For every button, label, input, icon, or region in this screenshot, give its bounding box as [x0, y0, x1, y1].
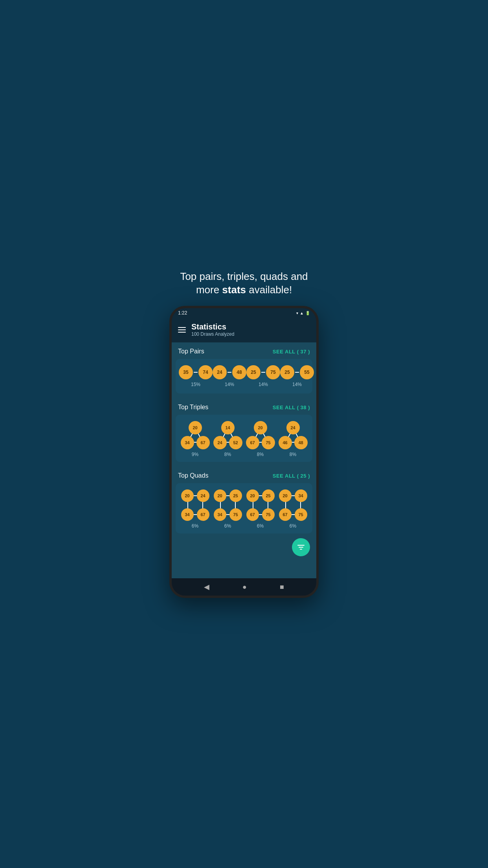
- triples-see-all[interactable]: SEE ALL ( 38 ): [273, 405, 310, 410]
- triple-t2-top: 14: [221, 421, 235, 434]
- pairs-section: Top Pairs SEE ALL ( 37 ) 35 74 15%: [172, 342, 316, 394]
- triple-pct-3: 8%: [257, 452, 264, 457]
- pair-nodes-3: 25 75: [246, 365, 280, 379]
- triples-content: 20 34 67 9%: [176, 415, 312, 462]
- triple-pct-1: 9%: [192, 452, 198, 457]
- triple-t3-br: 75: [262, 436, 275, 449]
- triple-t1-br: 67: [196, 436, 210, 449]
- pair-nodes-2: 24 48: [213, 365, 246, 379]
- quad-q2-tr: 25: [229, 489, 242, 502]
- triples-title: Top Triples: [178, 404, 208, 411]
- status-time: 1:22: [178, 310, 187, 316]
- hamburger-line-1: [178, 327, 186, 328]
- quads-content: 20 24 34 67 6%: [176, 483, 312, 533]
- connector-h-4: [295, 372, 299, 373]
- promo-bold: stats: [222, 284, 246, 296]
- triple-pct-4: 8%: [290, 452, 296, 457]
- quad-q4-tl: 20: [279, 489, 292, 502]
- svg-rect-28: [297, 545, 305, 546]
- triple-pct-2: 8%: [224, 452, 231, 457]
- quad-q4-bl: 67: [279, 508, 292, 521]
- quad-pct-2: 6%: [224, 523, 231, 529]
- quad-q1-br: 67: [197, 508, 209, 521]
- triple-t2-bl: 24: [213, 436, 227, 449]
- triples-header: Top Triples SEE ALL ( 38 ): [172, 398, 316, 415]
- signal-icon: ▲: [300, 311, 304, 315]
- quad-q2-br: 75: [229, 508, 242, 521]
- triple-t1-bl: 34: [181, 436, 194, 449]
- triple-t4-top: 24: [286, 421, 300, 434]
- quad-q3-bl: 67: [246, 508, 259, 521]
- nav-bar: ◀ ● ■: [172, 578, 316, 596]
- quad-item-3: 20 25 67 75 6%: [246, 489, 275, 529]
- status-icons: ▾ ▲ 🔋: [296, 311, 310, 315]
- quad-pct-3: 6%: [257, 523, 264, 529]
- app-subtitle: 100 Draws Analyzed: [191, 331, 234, 337]
- quads-section: Top Quads SEE ALL ( 25 ): [172, 467, 316, 563]
- home-button[interactable]: ●: [242, 583, 247, 591]
- quad-q1-bl: 34: [181, 508, 194, 521]
- ball-25a: 25: [246, 365, 261, 379]
- quad-pct-1: 6%: [192, 523, 198, 529]
- filter-fab-button[interactable]: [292, 538, 310, 556]
- quad-q4-br: 75: [295, 508, 307, 521]
- ball-25b: 25: [280, 365, 294, 379]
- quad-q3-tr: 25: [262, 489, 275, 502]
- ball-74: 74: [198, 365, 213, 379]
- pair-item-1: 35 74 15%: [179, 365, 213, 387]
- triples-section: Top Triples SEE ALL ( 38 ) 20: [172, 398, 316, 462]
- recent-button[interactable]: ■: [280, 583, 284, 591]
- fab-container: [172, 538, 316, 563]
- quads-header: Top Quads SEE ALL ( 25 ): [172, 467, 316, 483]
- pairs-see-all[interactable]: SEE ALL ( 37 ): [273, 349, 310, 355]
- pair-pct-2: 14%: [225, 382, 234, 387]
- pair-nodes-4: 25 55: [280, 365, 314, 379]
- app-title: Statistics: [191, 322, 234, 331]
- connector-h: [194, 372, 198, 373]
- quads-title: Top Quads: [178, 472, 208, 479]
- connector-h-3: [261, 372, 265, 373]
- ball-48: 48: [232, 365, 246, 379]
- triple-t3-bl: 67: [246, 436, 259, 449]
- pair-nodes-1: 35 74: [179, 365, 213, 379]
- outer-wrapper: Top pairs, triples, quads and more stats…: [163, 270, 325, 598]
- triple-t4-br: 48: [294, 436, 308, 449]
- quad-q3-tl: 20: [246, 489, 259, 502]
- pair-item-3: 25 75 14%: [246, 365, 280, 387]
- quad-item-2: 20 25 34 75 6%: [213, 489, 243, 529]
- svg-rect-29: [299, 547, 303, 548]
- wifi-icon: ▾: [296, 311, 298, 315]
- status-bar: 1:22 ▾ ▲ 🔋: [172, 308, 316, 318]
- pair-pct-3: 14%: [259, 382, 268, 387]
- pair-pct-4: 14%: [292, 382, 302, 387]
- ball-55: 55: [300, 365, 314, 379]
- promo-text: Top pairs, triples, quads and more stats…: [163, 270, 325, 297]
- quads-see-all[interactable]: SEE ALL ( 25 ): [273, 473, 310, 479]
- pairs-content: 35 74 15% 24 48 14%: [176, 359, 312, 394]
- content-area: Top Pairs SEE ALL ( 37 ) 35 74 15%: [172, 342, 316, 578]
- ball-24: 24: [213, 365, 227, 379]
- menu-button[interactable]: [178, 327, 186, 333]
- battery-icon: 🔋: [305, 311, 310, 315]
- pairs-title: Top Pairs: [178, 348, 204, 355]
- triple-t3-top: 20: [254, 421, 267, 434]
- filter-icon: [296, 542, 306, 552]
- triple-item-2: 14 24 52 8%: [213, 421, 242, 457]
- quad-q1-tl: 20: [181, 489, 194, 502]
- ball-75: 75: [266, 365, 280, 379]
- triple-t2-br: 52: [229, 436, 242, 449]
- back-button[interactable]: ◀: [204, 583, 209, 591]
- quad-pct-4: 6%: [290, 523, 296, 529]
- pairs-header: Top Pairs SEE ALL ( 37 ): [172, 342, 316, 359]
- header-text: Statistics 100 Draws Analyzed: [191, 322, 234, 337]
- triple-t1-top: 20: [189, 421, 202, 434]
- quad-q3-br: 75: [262, 508, 275, 521]
- quad-item-4: 20 34 67 75 6%: [278, 489, 308, 529]
- triple-t4-bl: 46: [279, 436, 292, 449]
- quad-q4-tr: 34: [295, 489, 307, 502]
- pair-item-4: 25 55 14%: [280, 365, 314, 387]
- ball-35: 35: [179, 365, 193, 379]
- app-header: Statistics 100 Draws Analyzed: [172, 318, 316, 342]
- hamburger-line-3: [178, 332, 186, 333]
- triple-item-4: 24 46 48 8%: [279, 421, 308, 457]
